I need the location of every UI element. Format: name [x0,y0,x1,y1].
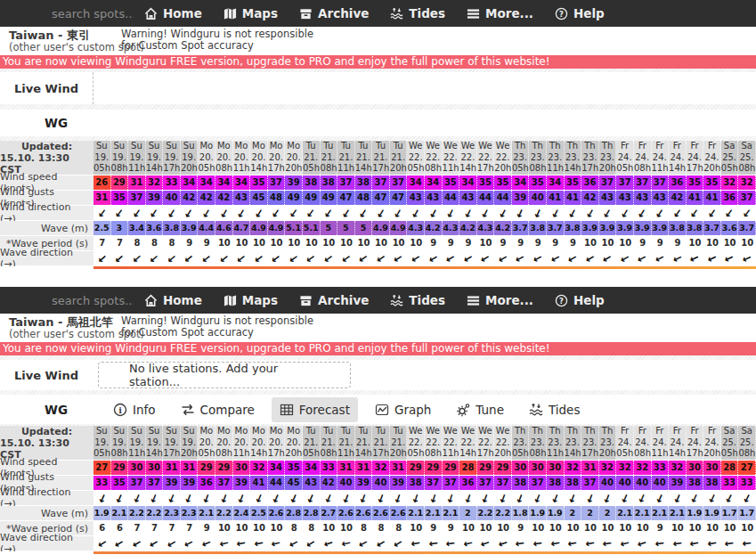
col-day: Tu [321,426,337,437]
direction-arrow-icon: ↑ [199,536,215,551]
tab-forecast[interactable]: Forecast [272,397,358,422]
wind-speed-cell: 31 [181,461,199,475]
col-hour: 05h [407,448,424,460]
free-version-banner[interactable]: You are now viewing Windguru FREE versio… [0,342,756,355]
wave-dir-deg-cell: ↑ [321,536,338,551]
top-navbar: HomeMapsArchiveTidesMore...?Help [0,287,756,314]
col-day: Mo [233,426,250,437]
more-icon [467,7,480,20]
col-day: Th [547,141,564,152]
wind-dir-deg-cell: ↑ [372,206,390,220]
col-date: 22. [443,437,459,449]
direction-arrow-icon: ↑ [496,206,511,220]
free-version-banner[interactable]: You are now viewing Windguru FREE versio… [0,55,756,69]
wind-speed-cell: 31 [581,461,599,475]
favorite-star-icon[interactable] [338,320,353,334]
column-header: We22.05h [407,141,425,175]
nav-item-archive[interactable]: Archive [299,6,369,20]
wave-cell: 3.8 [687,221,704,235]
col-hour: 20h [599,163,616,175]
col-date: 22. [459,152,476,164]
col-hour: 14h [669,163,686,175]
wave-period-cell: 9 [459,236,477,250]
windguru-logo-icon[interactable] [5,289,43,312]
wind-dir-deg-cell: ↑ [93,491,111,505]
nav-item-more[interactable]: More... [467,6,533,20]
wind-gusts-cell: 43 [459,191,477,205]
tab-compare[interactable]: Compare [173,397,263,422]
nav-item-help[interactable]: ?Help [555,293,605,307]
wave-cell: 2.3 [181,506,199,520]
live-wind-card: Live Wind [0,72,756,104]
wind-speed-cell: 28 [459,461,477,475]
direction-arrow-icon: ↑ [410,491,423,505]
wave-period-cell: 7 [93,236,111,250]
col-hour: 20h [494,448,511,460]
col-date: 24. [634,437,651,449]
wind-dir-deg-cell: ↑ [250,491,268,505]
nav-item-archive[interactable]: Archive [299,293,369,307]
add-station-box[interactable]: No live stations. Add your station... [98,362,351,388]
wind-dir-deg-cell: ↑ [669,206,687,220]
windguru-logo-icon[interactable] [5,2,43,25]
column-header: Mo20.20h [285,141,303,175]
wave-dir-deg-cell: ↑ [494,251,512,265]
main-nav: HomeMapsArchiveTidesMore...?Help [144,6,605,20]
col-hour: 11h [652,163,669,175]
col-day: Su [111,426,128,437]
col-date: 19. [146,437,163,449]
nav-item-maps[interactable]: Maps [224,6,278,20]
nav-item-maps[interactable]: Maps [224,293,278,307]
col-hour: 20h [703,163,720,175]
col-hour: 14h [146,163,163,175]
direction-arrow-icon: ↑ [234,537,250,549]
wave-dir-deg-cell: ↑ [250,536,268,551]
tab-info[interactable]: iInfo [105,397,164,422]
col-hour: 17h [163,163,180,175]
wave-dir-deg-cell: ↑ [111,251,129,265]
custom-spot-warning: Warning! Windguru is not responsible for… [121,29,315,52]
wave-period-cell: 10 [547,521,565,535]
wg-logo-icon[interactable] [12,115,39,132]
tab-tune[interactable]: Tune [448,397,512,422]
nav-item-tides[interactable]: Tides [390,293,445,307]
nav-item-tides[interactable]: Tides [390,6,445,20]
direction-arrow-icon: ↑ [215,251,232,265]
wind-gusts-cell: 41 [547,191,565,205]
favorite-star-icon[interactable] [338,33,353,47]
wind-dir-deg-cell: ↑ [233,491,251,505]
nav-item-more[interactable]: More... [467,293,533,307]
col-date: 21. [303,437,320,449]
column-header: Fr24.08h [634,426,652,460]
wave-dir-deg-cell: ↑ [128,536,146,551]
wg-logo-icon[interactable] [12,401,39,418]
nav-item-home[interactable]: Home [144,293,202,307]
col-date: 22. [459,437,476,449]
wind-dir-deg-cell: ↑ [128,491,146,505]
wave-dir-deg-cell: ↑ [163,536,181,551]
col-date: 20. [285,437,302,449]
col-hour: 05h [721,448,738,460]
column-header: Tu21.20h [390,426,408,460]
wave-dir-deg-cell: ↑ [459,536,477,551]
direction-arrow-icon: ↑ [93,536,110,551]
col-date: 21. [372,152,389,164]
column-header: Su19.20h [181,426,199,460]
wind-speed-cell: 37 [337,175,355,190]
col-hour: 05h [721,163,738,175]
wave-period-cell: 7 [146,521,164,535]
wave-dir-deg-cell: ↑ [443,251,460,265]
col-hour: 17h [477,163,494,175]
tab-tides[interactable]: Tides [521,397,589,422]
search-input[interactable] [50,293,135,308]
nav-item-home[interactable]: Home [144,6,202,20]
wind-gusts-cell: 43 [233,191,251,205]
col-hour: 08h [425,448,442,460]
direction-arrow-icon: ↑ [234,206,249,220]
nav-item-help[interactable]: ?Help [555,6,605,20]
wind-speed-cell: 32 [146,175,164,190]
wave-period-cell: 9 [547,236,565,250]
wave-dir-deg-cell: ↑ [215,251,233,265]
tab-graph[interactable]: Graph [367,397,439,422]
search-input[interactable] [50,6,135,21]
